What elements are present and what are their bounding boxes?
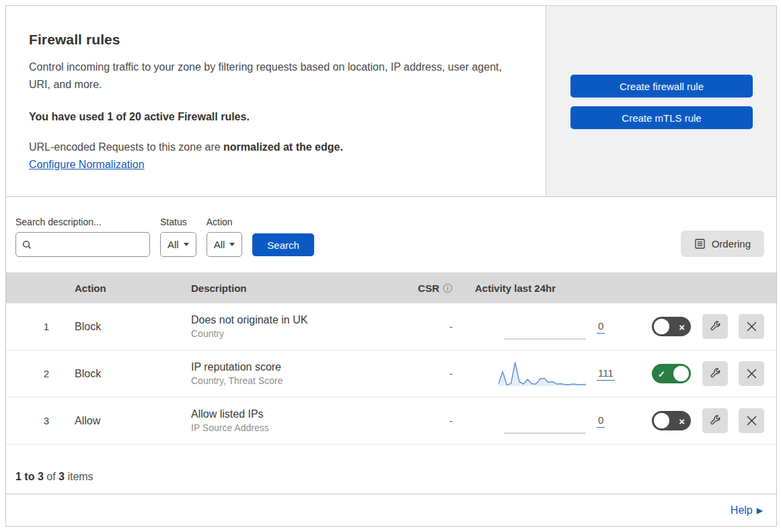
actions-panel: Create firewall rule Create mTLS rule — [546, 5, 777, 197]
rule-priority: 3 — [6, 415, 75, 426]
table-row: 2 Block IP reputation score Country, Thr… — [6, 350, 776, 397]
edit-rule-button[interactable] — [702, 408, 728, 433]
rules-usage-note: You have used 1 of 20 active Firewall ru… — [29, 111, 519, 123]
toggle-knob — [654, 413, 669, 428]
activity-count-link[interactable]: 0 — [597, 320, 605, 334]
normalization-text: URL-encoded Requests to this zone are — [29, 141, 223, 153]
delete-rule-button[interactable] — [739, 408, 764, 433]
header-csr-label: CSR — [418, 282, 439, 294]
activity-count-link[interactable]: 0 — [597, 414, 605, 428]
search-input[interactable] — [32, 239, 144, 250]
close-icon — [747, 369, 757, 379]
rule-fields: Country, Threat Score — [191, 375, 396, 386]
rule-activity-cell: 0 — [458, 312, 652, 342]
activity-count-link[interactable]: 111 — [597, 367, 615, 381]
create-firewall-rule-button[interactable]: Create firewall rule — [570, 75, 753, 98]
rules-list-card: Search description... Status All Action … — [5, 197, 777, 527]
items-count: 1 to 3 of 3 items — [6, 445, 776, 494]
status-label: Status — [160, 217, 196, 227]
action-filter-group: Action All — [207, 217, 243, 257]
action-dropdown-value: All — [214, 239, 225, 250]
table-body: 1 Block Does not originate in UK Country… — [6, 303, 776, 445]
top-section: Firewall rules Control incoming traffic … — [5, 5, 777, 197]
table-header: Action Description CSR Activity last 24h… — [6, 272, 776, 303]
table-row: 3 Allow Allow listed IPs IP Source Addre… — [6, 397, 776, 445]
rule-description-cell: Allow listed IPs IP Source Address — [191, 408, 396, 433]
header-action: Action — [75, 282, 191, 294]
toggle-state-icon: ✓ — [658, 369, 665, 378]
header-activity: Activity last 24hr — [458, 282, 652, 294]
rule-enable-toggle[interactable]: ✓ — [652, 364, 691, 383]
help-link[interactable]: Help ▶ — [731, 504, 763, 517]
rule-description-cell: Does not originate in UK Country — [191, 314, 396, 339]
items-total: 3 — [59, 471, 65, 482]
rule-priority: 2 — [6, 368, 75, 379]
normalization-note: URL-encoded Requests to this zone are no… — [29, 141, 519, 153]
rule-controls: × — [652, 314, 776, 339]
ordering-button-label: Ordering — [712, 238, 751, 250]
rule-activity-cell: 0 — [458, 406, 652, 436]
status-filter-group: Status All — [160, 217, 196, 257]
rule-enable-toggle[interactable]: × — [652, 411, 691, 430]
toggle-state-icon: × — [679, 416, 685, 426]
configure-normalization-link[interactable]: Configure Normalization — [29, 159, 145, 171]
edit-rule-button[interactable] — [702, 314, 728, 339]
search-button[interactable]: Search — [252, 233, 314, 256]
action-label: Action — [207, 217, 243, 227]
filter-bar: Search description... Status All Action … — [6, 197, 776, 272]
close-icon — [747, 321, 757, 332]
rule-activity-cell: 111 — [458, 359, 652, 389]
toggle-state-icon: × — [679, 321, 685, 332]
create-mtls-rule-button[interactable]: Create mTLS rule — [570, 106, 753, 129]
action-dropdown[interactable]: All — [207, 232, 243, 257]
header-description: Description — [191, 282, 396, 294]
status-dropdown-value: All — [168, 239, 179, 250]
wrench-icon — [709, 368, 721, 380]
wrench-icon — [709, 415, 721, 427]
search-icon — [22, 239, 32, 250]
toggle-knob — [654, 319, 669, 334]
rule-enable-toggle[interactable]: × — [652, 317, 691, 336]
rule-priority: 1 — [6, 321, 75, 332]
rule-csr-value: - — [396, 368, 458, 379]
page-title: Firewall rules — [29, 32, 519, 48]
list-ordering-icon — [694, 238, 706, 250]
chevron-down-icon — [184, 243, 189, 246]
wrench-icon — [709, 321, 721, 333]
rule-description: Does not originate in UK — [191, 314, 396, 326]
arrow-right-icon: ▶ — [757, 506, 763, 515]
rule-description-cell: IP reputation score Country, Threat Scor… — [191, 361, 396, 386]
rule-action: Allow — [75, 415, 191, 427]
rule-csr-value: - — [396, 321, 458, 332]
activity-sparkline — [498, 312, 586, 342]
rule-action: Block — [75, 368, 191, 380]
items-of: of — [44, 471, 59, 482]
items-word: items — [65, 471, 94, 482]
help-row: Help ▶ — [6, 494, 776, 526]
edit-rule-button[interactable] — [702, 361, 728, 386]
rule-action: Block — [75, 321, 191, 333]
toggle-knob — [673, 366, 689, 381]
activity-sparkline — [498, 406, 586, 436]
close-icon — [747, 416, 757, 426]
help-label: Help — [731, 504, 753, 517]
rule-controls: ✓ — [652, 361, 776, 386]
rule-description: IP reputation score — [191, 361, 396, 373]
search-input-wrapper — [15, 232, 150, 257]
rule-controls: × — [652, 408, 776, 433]
ordering-button[interactable]: Ordering — [681, 231, 764, 257]
delete-rule-button[interactable] — [739, 314, 764, 339]
rule-description: Allow listed IPs — [191, 408, 396, 420]
activity-sparkline — [498, 359, 586, 389]
status-dropdown[interactable]: All — [160, 232, 196, 257]
search-label: Search description... — [15, 217, 150, 227]
info-icon[interactable] — [443, 283, 453, 293]
normalization-bold: normalized at the edge. — [223, 141, 343, 153]
rule-fields: IP Source Address — [191, 422, 396, 433]
rule-csr-value: - — [396, 415, 458, 426]
search-filter-group: Search description... — [15, 217, 150, 257]
rule-fields: Country — [191, 328, 396, 339]
table-row: 1 Block Does not originate in UK Country… — [6, 303, 776, 350]
page-description: Control incoming traffic to your zone by… — [29, 59, 508, 93]
delete-rule-button[interactable] — [739, 361, 764, 386]
